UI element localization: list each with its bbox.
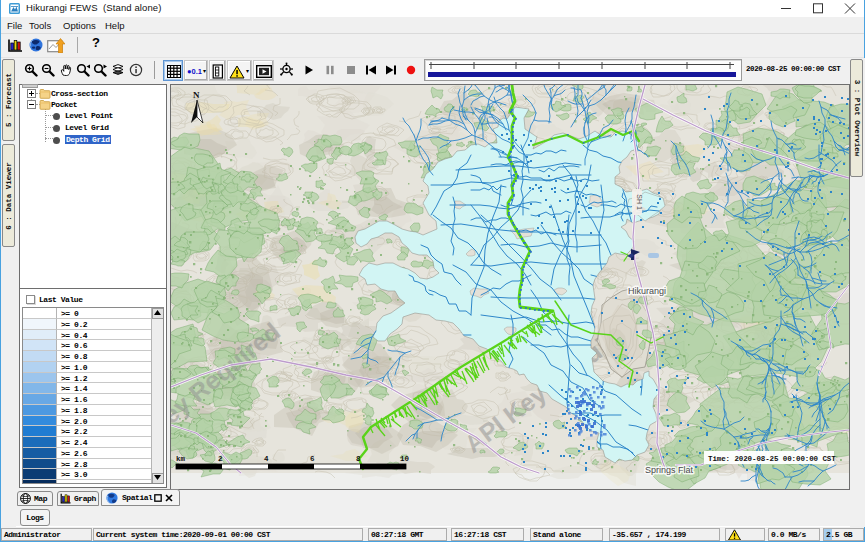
svg-text:km: km [176,455,186,463]
svg-text:Time: 2020-08-25 00:00:00 CST: Time: 2020-08-25 00:00:00 CST [708,455,836,463]
svg-text:6: 6 [310,455,315,463]
svg-text:Hikurangi: Hikurangi [628,286,666,296]
svg-text:SH 1: SH 1 [636,194,643,210]
svg-text:10: 10 [400,455,410,463]
svg-text:8: 8 [356,455,361,463]
svg-text:4: 4 [264,455,269,463]
svg-text:2: 2 [218,455,223,463]
svg-text:Springs Flat: Springs Flat [645,465,694,475]
svg-text:N: N [193,90,200,100]
